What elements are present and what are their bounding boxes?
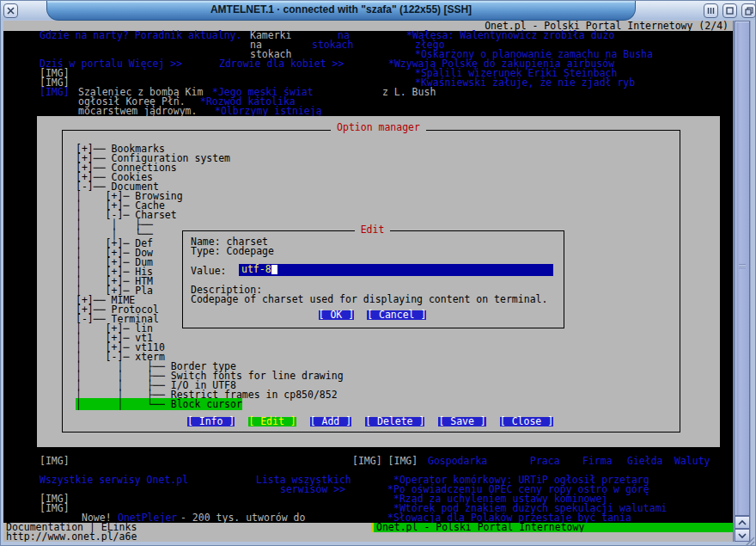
static-text: [IMG] — [40, 504, 70, 513]
scrollbar-thumb[interactable] — [735, 21, 750, 516]
scrollbar-track[interactable] — [733, 21, 751, 542]
link[interactable]: Zdrowie dla kobiet >> — [219, 59, 344, 69]
link[interactable]: stokach — [312, 40, 353, 50]
status-url-bar: http://www.onet.pl/a6e — [3, 532, 733, 542]
link[interactable]: serwisów >> — [280, 485, 345, 494]
shade-button[interactable] — [704, 3, 718, 18]
link[interactable]: Praca — [530, 457, 560, 466]
option-manager-buttons: [ Info ][ Edit ][ Add ][ Delete ][ Save … — [62, 417, 679, 426]
static-text: [IMG] — [40, 457, 70, 466]
static-text: [IMG] [IMG] — [352, 457, 418, 466]
edit-dialog: Edit Name: charset Type: Codepage Value:… — [176, 225, 569, 332]
link[interactable]: [IMG] — [40, 88, 70, 97]
arrow-up-icon — [738, 519, 747, 526]
button-info[interactable]: [ Info ] — [187, 417, 235, 426]
description-text: Codepage of charset used for displaying … — [191, 295, 547, 304]
link[interactable]: *Olbrzymy istnieją — [215, 107, 322, 116]
shade-icon — [707, 7, 715, 15]
terminal-screen[interactable]: Onet.pl - Polski Portal Internetowy (2/4… — [3, 21, 733, 542]
link[interactable]: Gospodarka — [428, 457, 487, 466]
button-edit[interactable]: [ Edit ] — [248, 417, 296, 426]
value-input[interactable]: utf-8 — [239, 264, 553, 276]
button-ok[interactable]: [ OK ] — [319, 310, 355, 320]
value-label: Value: — [191, 267, 227, 276]
static-text: z L. Bush — [382, 88, 436, 97]
restore-icon — [745, 7, 753, 15]
restore-button[interactable] — [741, 3, 756, 18]
link[interactable]: Giełda — [627, 457, 663, 466]
tab-onet-active[interactable]: Onet.pl - Polski Portal Internetowy — [374, 523, 733, 532]
maximize-icon — [726, 7, 734, 15]
close-button[interactable] — [3, 3, 18, 18]
tree-item-blockcursor[interactable]: │ │ └── Block cursor — [76, 400, 242, 409]
link[interactable]: Wszystkie serwisy Onet.pl — [40, 475, 188, 485]
button-save[interactable]: [ Save ] — [438, 417, 485, 426]
titlebar-pill: AMTELNET.1 · connected with "szafa" (122… — [46, 1, 636, 21]
link[interactable]: Gdzie na narty? Poradnik aktualny. — [40, 31, 241, 40]
window-title: AMTELNET.1 · connected with "szafa" (122… — [47, 1, 635, 18]
static-text: mocarstwem jądrowym. — [78, 107, 197, 116]
tree-item-label: │ │ └── Block cursor — [76, 398, 242, 410]
type-line: Type: Codepage — [191, 247, 274, 256]
edit-dialog-buttons: [ OK ][ Cancel ] — [182, 310, 563, 320]
button-delete[interactable]: [ Delete ] — [365, 417, 424, 426]
button-add[interactable]: [ Add ] — [310, 417, 351, 426]
button-cancel[interactable]: [ Cancel ] — [367, 310, 426, 320]
link[interactable]: *Kwaśniewski żałuje, że nie zjadł ryb — [415, 78, 635, 88]
link[interactable]: Waluty — [674, 457, 710, 466]
link[interactable]: Firma — [582, 457, 613, 466]
static-text: - 200 tys. utworów do — [180, 513, 305, 523]
close-icon — [7, 7, 15, 15]
resize-grip-icon — [745, 537, 755, 546]
maximize-button[interactable] — [722, 3, 737, 18]
application-window: AMTELNET.1 · connected with "szafa" (122… — [0, 0, 756, 546]
text-cursor — [271, 265, 277, 274]
button-close[interactable]: [ Close ] — [500, 417, 553, 426]
resize-grip[interactable] — [745, 535, 755, 545]
scroll-up-button[interactable] — [735, 516, 750, 529]
value-text: utf-8 — [241, 263, 271, 275]
window-titlebar[interactable]: AMTELNET.1 · connected with "szafa" (122… — [1, 1, 755, 20]
scrollbar-grip-icon — [739, 264, 746, 268]
